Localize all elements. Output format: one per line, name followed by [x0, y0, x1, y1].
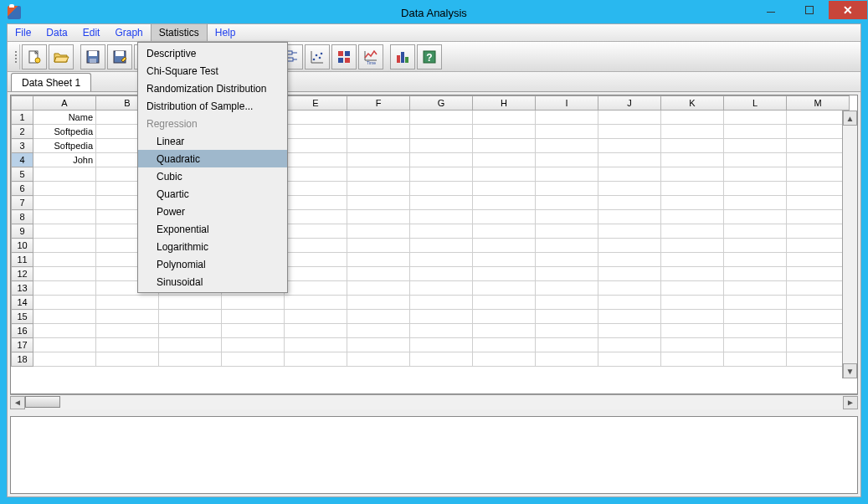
menu-item-power[interactable]: Power [138, 203, 287, 220]
cell-H11[interactable] [473, 253, 536, 267]
cell-D18[interactable] [222, 352, 285, 367]
cell-L9[interactable] [724, 224, 787, 239]
row-header-16[interactable]: 16 [12, 324, 33, 338]
cell-A6[interactable] [33, 182, 96, 196]
cell-K9[interactable] [661, 224, 724, 239]
cell-H5[interactable] [473, 167, 536, 182]
cell-C17[interactable] [159, 338, 222, 352]
cell-B18[interactable] [96, 352, 159, 367]
cell-H17[interactable] [473, 338, 536, 352]
cell-M3[interactable] [787, 139, 850, 153]
cell-I13[interactable] [536, 281, 598, 296]
cell-K16[interactable] [661, 324, 724, 338]
row-header-6[interactable]: 6 [12, 182, 33, 196]
column-header-M[interactable]: M [787, 96, 850, 111]
cell-E10[interactable] [285, 239, 347, 253]
cell-A16[interactable] [33, 324, 96, 338]
cell-E13[interactable] [285, 281, 347, 296]
menu-item-distribution-sample[interactable]: Distribution of Sample... [138, 97, 287, 115]
cell-K5[interactable] [661, 167, 724, 182]
cell-G6[interactable] [410, 182, 473, 196]
cell-L14[interactable] [724, 296, 787, 310]
cell-D17[interactable] [222, 338, 285, 352]
cell-K10[interactable] [661, 239, 724, 253]
menu-item-cubic[interactable]: Cubic [138, 167, 287, 185]
cell-F5[interactable] [347, 167, 410, 182]
cell-M10[interactable] [787, 239, 850, 253]
row-header-9[interactable]: 9 [12, 224, 33, 239]
cell-J11[interactable] [598, 253, 661, 267]
row-header-7[interactable]: 7 [12, 196, 33, 210]
row-header-13[interactable]: 13 [12, 281, 33, 296]
cell-C18[interactable] [159, 352, 222, 367]
corner-header[interactable] [12, 96, 33, 111]
cell-K15[interactable] [661, 310, 724, 324]
cell-A15[interactable] [33, 310, 96, 324]
cell-G14[interactable] [410, 296, 473, 310]
cell-M12[interactable] [787, 267, 850, 281]
cell-E2[interactable] [285, 125, 347, 139]
cell-B16[interactable] [96, 324, 159, 338]
row-header-11[interactable]: 11 [12, 253, 33, 267]
cell-G16[interactable] [410, 324, 473, 338]
cell-J16[interactable] [598, 324, 661, 338]
column-header-K[interactable]: K [661, 96, 724, 111]
cell-E4[interactable] [285, 153, 347, 167]
cell-H1[interactable] [473, 111, 536, 125]
cell-J3[interactable] [598, 139, 661, 153]
cell-C16[interactable] [159, 324, 222, 338]
cell-J18[interactable] [598, 352, 661, 367]
cell-G18[interactable] [410, 352, 473, 367]
cell-L15[interactable] [724, 310, 787, 324]
cell-F11[interactable] [347, 253, 410, 267]
cell-E14[interactable] [285, 296, 347, 310]
cell-E1[interactable] [285, 111, 347, 125]
cell-F15[interactable] [347, 310, 410, 324]
cell-C14[interactable] [159, 296, 222, 310]
column-header-A[interactable]: A [33, 96, 96, 111]
cell-M8[interactable] [787, 210, 850, 224]
cell-K13[interactable] [661, 281, 724, 296]
cell-A11[interactable] [33, 253, 96, 267]
cell-F10[interactable] [347, 239, 410, 253]
cell-L6[interactable] [724, 182, 787, 196]
cell-K2[interactable] [661, 125, 724, 139]
cell-I6[interactable] [536, 182, 598, 196]
column-header-J[interactable]: J [598, 96, 661, 111]
cell-J10[interactable] [598, 239, 661, 253]
cell-K8[interactable] [661, 210, 724, 224]
cell-I11[interactable] [536, 253, 598, 267]
cell-G17[interactable] [410, 338, 473, 352]
cell-I1[interactable] [536, 111, 598, 125]
cell-F16[interactable] [347, 324, 410, 338]
cell-G13[interactable] [410, 281, 473, 296]
column-header-F[interactable]: F [347, 96, 410, 111]
cell-K4[interactable] [661, 153, 724, 167]
cell-A7[interactable] [33, 196, 96, 210]
cell-C15[interactable] [159, 310, 222, 324]
cell-I18[interactable] [536, 352, 598, 367]
hscroll-track[interactable] [25, 396, 843, 409]
cell-G1[interactable] [410, 111, 473, 125]
cell-I10[interactable] [536, 239, 598, 253]
cell-J4[interactable] [598, 153, 661, 167]
menu-file[interactable]: File [8, 24, 39, 41]
cell-H14[interactable] [473, 296, 536, 310]
menu-help[interactable]: Help [208, 24, 244, 41]
cell-A3[interactable]: Softpedia [33, 139, 96, 153]
cell-F6[interactable] [347, 182, 410, 196]
cell-A5[interactable] [33, 167, 96, 182]
cell-F14[interactable] [347, 296, 410, 310]
cell-I9[interactable] [536, 224, 598, 239]
cell-A17[interactable] [33, 338, 96, 352]
titlebar[interactable]: Data Analysis ✕ [1, 1, 867, 24]
cell-G2[interactable] [410, 125, 473, 139]
row-header-3[interactable]: 3 [12, 139, 33, 153]
cell-A13[interactable] [33, 281, 96, 296]
row-header-4[interactable]: 4 [12, 153, 33, 167]
cell-G8[interactable] [410, 210, 473, 224]
cell-H13[interactable] [473, 281, 536, 296]
cell-L17[interactable] [724, 338, 787, 352]
barchart-button[interactable] [390, 44, 415, 69]
cell-D14[interactable] [222, 296, 285, 310]
